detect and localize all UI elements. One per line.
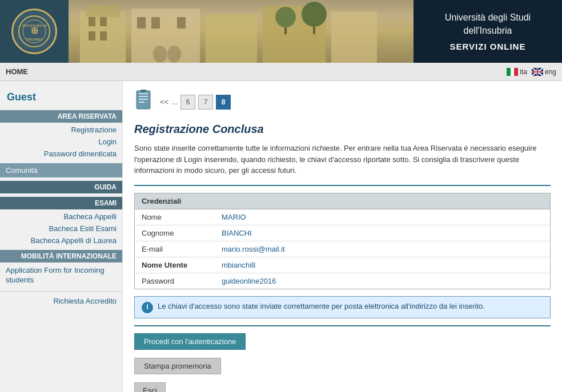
svg-point-20	[167, 46, 181, 63]
credentials-table: Nome MARIO Cognome BIANCHI E-mail mario.…	[135, 209, 550, 289]
table-row: Cognome BIANCHI	[135, 225, 550, 241]
uk-flag	[532, 68, 543, 76]
ita-label: ita	[520, 68, 527, 76]
svg-rect-16	[137, 17, 146, 29]
sidebar-section-mobilita: MOBILITÀ INTERNAZIONALE	[0, 250, 122, 262]
language-switcher: ita eng	[507, 68, 556, 76]
svg-rect-7	[86, 6, 120, 17]
wizard-step-6[interactable]: 6	[180, 95, 195, 110]
table-row: Password guideonline2016	[135, 273, 550, 289]
sidebar-section-guida: GUIDA	[0, 181, 122, 193]
eng-label: eng	[545, 68, 556, 76]
table-row: Nome MARIO	[135, 209, 550, 225]
info-icon: i	[142, 302, 153, 313]
university-title-block: Università degli Studi dell'Insubria SER…	[414, 0, 562, 63]
wizard-step-7[interactable]: 7	[198, 95, 213, 110]
svg-rect-13	[100, 17, 107, 26]
svg-rect-34	[139, 96, 148, 97]
logo-emblem: STUDIORUM ꕥ INSUBRIA	[11, 9, 57, 54]
university-logo: STUDIORUM ꕥ INSUBRIA	[0, 0, 69, 63]
header-photo	[69, 0, 414, 63]
bottom-divider	[134, 325, 551, 326]
description-text: Sono state inserite correttamente tutte …	[134, 143, 551, 176]
credentials-header: Credenziali	[135, 193, 550, 209]
italian-flag	[507, 68, 518, 76]
info-box: i Le chiavi d'accesso sono state inviate…	[134, 296, 551, 318]
wizard-icon	[134, 90, 152, 114]
svg-rect-14	[89, 31, 95, 41]
cognome-label: Cognome	[135, 225, 215, 241]
esci-button-row: Esci	[134, 378, 551, 393]
svg-point-23	[302, 2, 327, 27]
svg-rect-12	[89, 17, 95, 26]
svg-rect-11	[331, 11, 377, 63]
svg-rect-36	[139, 102, 144, 103]
top-navbar: HOME ita eng	[0, 63, 562, 81]
svg-text:ꕥ: ꕥ	[31, 27, 38, 35]
svg-rect-37	[140, 90, 146, 92]
svg-rect-9	[206, 14, 257, 63]
wizard-steps: << ... 6 7 8	[134, 90, 551, 114]
sidebar-divider	[0, 291, 122, 292]
nome-utente-label: Nome Utente	[135, 257, 215, 273]
nome-utente-value: mbianchi8	[215, 257, 550, 273]
sidebar-user-label: Guest	[0, 87, 122, 110]
servizi-label: SERVIZI ONLINE	[450, 42, 526, 51]
sidebar-item-bacheca-appelli[interactable]: Bacheca Appelli	[0, 211, 122, 223]
top-divider	[134, 185, 551, 186]
svg-rect-24	[313, 27, 315, 34]
credentials-box: Credenziali Nome MARIO Cognome BIANCHI E…	[134, 193, 551, 289]
svg-text:INSUBRIA: INSUBRIA	[26, 38, 43, 41]
nome-value: MARIO	[215, 209, 550, 225]
esci-button[interactable]: Esci	[134, 382, 166, 393]
svg-point-19	[153, 46, 167, 63]
svg-rect-15	[100, 31, 107, 41]
svg-rect-18	[177, 17, 186, 29]
university-name: Università degli Studi dell'Insubria	[425, 11, 551, 37]
sidebar-item-registrazione[interactable]: Registrazione	[0, 124, 122, 136]
lang-eng[interactable]: eng	[532, 68, 556, 76]
sidebar-item-bacheca-esiti[interactable]: Bacheca Esiti Esami	[0, 223, 122, 235]
password-value: guideonline2016	[215, 273, 550, 289]
stampa-button[interactable]: Stampa promemoria	[134, 358, 221, 374]
stampa-button-row: Stampa promemoria	[134, 353, 551, 374]
svg-rect-33	[139, 93, 148, 94]
wizard-prev[interactable]: <<	[160, 98, 168, 106]
sidebar-item-richiesta[interactable]: Richiesta Accredito	[0, 295, 122, 307]
sidebar-item-application-form[interactable]: Application Form for Incoming students	[0, 264, 122, 288]
home-link[interactable]: HOME	[6, 67, 28, 76]
sidebar-comunita[interactable]: Comunità	[0, 163, 122, 177]
lang-ita[interactable]: ita	[507, 68, 527, 76]
sidebar: Guest AREA RISERVATA Registrazione Login…	[0, 81, 123, 392]
sidebar-item-login[interactable]: Login	[0, 136, 122, 148]
email-value: mario.rossi@mail.it	[215, 241, 550, 257]
table-row: E-mail mario.rossi@mail.it	[135, 241, 550, 257]
info-text: Le chiavi d'accesso sono state inviate c…	[158, 301, 485, 312]
sidebar-section-area-riservata: AREA RISERVATA	[0, 110, 122, 123]
nome-label: Nome	[135, 209, 215, 225]
cognome-value: BIANCHI	[215, 225, 550, 241]
sidebar-item-password[interactable]: Password dimenticata	[0, 148, 122, 160]
wizard-step-8[interactable]: 8	[216, 95, 231, 110]
svg-rect-35	[139, 99, 148, 100]
svg-point-21	[275, 7, 296, 27]
wizard-ellipsis: ...	[171, 98, 178, 106]
page-title: Registrazione Conclusa	[134, 123, 551, 136]
table-row: Nome Utente mbianchi8	[135, 257, 550, 273]
content-area: << ... 6 7 8 Registrazione Conclusa Sono…	[123, 81, 562, 392]
svg-rect-17	[151, 17, 160, 29]
main-layout: Guest AREA RISERVATA Registrazione Login…	[0, 81, 562, 392]
procedi-button[interactable]: Procedi con l'autenticazione	[134, 333, 246, 350]
email-label: E-mail	[135, 241, 215, 257]
password-label: Password	[135, 273, 215, 289]
procedi-button-row: Procedi con l'autenticazione	[134, 333, 551, 350]
page-header: STUDIORUM ꕥ INSUBRIA	[0, 0, 562, 63]
svg-rect-22	[284, 27, 287, 34]
sidebar-item-bacheca-laurea[interactable]: Bacheca Appelli di Laurea	[0, 235, 122, 246]
sidebar-section-esami: ESAMI	[0, 197, 122, 209]
